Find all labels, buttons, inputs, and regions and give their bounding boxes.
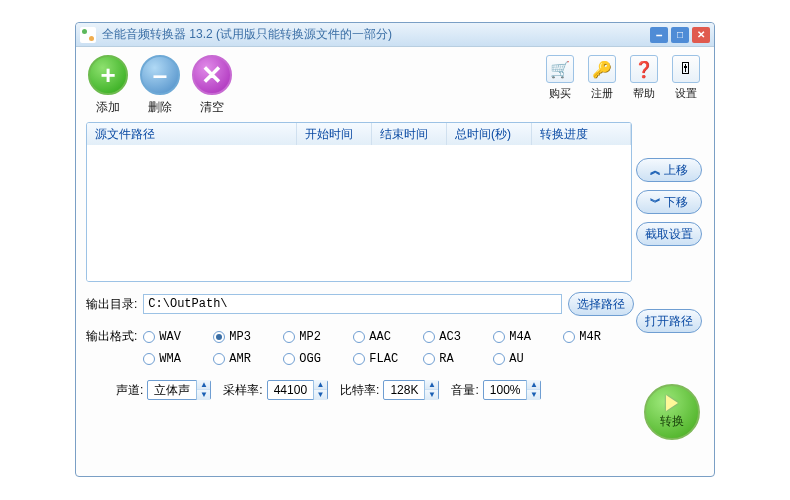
- chevron-down-icon[interactable]: ▼: [197, 390, 210, 400]
- output-format-label: 输出格式:: [86, 326, 137, 345]
- format-radio-ra[interactable]: RA: [423, 348, 493, 370]
- format-radio-wav[interactable]: WAV: [143, 326, 213, 348]
- samplerate-spinner[interactable]: 44100 ▲▼: [267, 380, 328, 400]
- format-radio-au[interactable]: AU: [493, 348, 563, 370]
- output-dir-label: 输出目录:: [86, 296, 137, 313]
- close-button[interactable]: ✕: [692, 27, 710, 43]
- radio-icon: [213, 331, 225, 343]
- format-group: WAVMP3MP2AACAC3M4AM4RWMAAMROGGFLACRAAU: [143, 326, 643, 370]
- chevron-up-icon[interactable]: ▲: [197, 380, 210, 390]
- settings-button[interactable]: 🎚 设置: [668, 55, 704, 101]
- format-radio-ac3[interactable]: AC3: [423, 326, 493, 348]
- radio-icon: [563, 331, 575, 343]
- list-body[interactable]: [87, 145, 631, 281]
- radio-icon: [213, 353, 225, 365]
- radio-icon: [283, 353, 295, 365]
- radio-icon: [143, 353, 155, 365]
- radio-icon: [143, 331, 155, 343]
- app-window: 全能音频转换器 13.2 (试用版只能转换源文件的一部分) ‒ □ ✕ + 添加…: [75, 22, 715, 477]
- chevron-down-icon[interactable]: ▼: [425, 390, 438, 400]
- window-controls: ‒ □ ✕: [650, 27, 710, 43]
- delete-button[interactable]: – 删除: [138, 55, 182, 116]
- convert-button[interactable]: 转换: [644, 384, 700, 440]
- register-button[interactable]: 🔑 注册: [584, 55, 620, 101]
- chevron-up-icon[interactable]: ▲: [425, 380, 438, 390]
- volume-label: 音量:: [451, 382, 478, 399]
- col-path[interactable]: 源文件路径: [87, 123, 297, 145]
- minimize-button[interactable]: ‒: [650, 27, 668, 43]
- maximize-button[interactable]: □: [671, 27, 689, 43]
- buy-button[interactable]: 🛒 购买: [542, 55, 578, 101]
- titlebar: 全能音频转换器 13.2 (试用版只能转换源文件的一部分) ‒ □ ✕: [76, 23, 714, 47]
- question-icon: ❓: [630, 55, 658, 83]
- radio-icon: [353, 331, 365, 343]
- samplerate-label: 采样率:: [223, 382, 262, 399]
- radio-icon: [283, 331, 295, 343]
- cart-icon: 🛒: [546, 55, 574, 83]
- x-icon: ✕: [192, 55, 232, 95]
- channel-label: 声道:: [116, 382, 143, 399]
- plus-icon: +: [88, 55, 128, 95]
- format-radio-aac[interactable]: AAC: [353, 326, 423, 348]
- clear-button[interactable]: ✕ 清空: [190, 55, 234, 116]
- key-icon: 🔑: [588, 55, 616, 83]
- file-list[interactable]: 源文件路径 开始时间 结束时间 总时间(秒) 转换进度: [86, 122, 632, 282]
- channel-spinner[interactable]: 立体声 ▲▼: [147, 380, 211, 400]
- move-down-button[interactable]: ︾下移: [636, 190, 702, 214]
- bitrate-label: 比特率:: [340, 382, 379, 399]
- format-radio-mp2[interactable]: MP2: [283, 326, 353, 348]
- content-area: + 添加 – 删除 ✕ 清空 🛒 购买 🔑: [76, 47, 714, 408]
- format-radio-amr[interactable]: AMR: [213, 348, 283, 370]
- window-title: 全能音频转换器 13.2 (试用版只能转换源文件的一部分): [102, 26, 650, 43]
- format-radio-mp3[interactable]: MP3: [213, 326, 283, 348]
- chevron-down-icon[interactable]: ▼: [527, 390, 540, 400]
- chevron-up-icon[interactable]: ▲: [314, 380, 327, 390]
- col-progress[interactable]: 转换进度: [532, 123, 631, 145]
- choose-path-button[interactable]: 选择路径: [568, 292, 634, 316]
- play-icon: [666, 395, 678, 411]
- radio-icon: [493, 353, 505, 365]
- format-radio-m4a[interactable]: M4A: [493, 326, 563, 348]
- col-end[interactable]: 结束时间: [372, 123, 447, 145]
- sliders-icon: 🎚: [672, 55, 700, 83]
- chevron-down-icon[interactable]: ▼: [314, 390, 327, 400]
- format-radio-ogg[interactable]: OGG: [283, 348, 353, 370]
- add-button[interactable]: + 添加: [86, 55, 130, 116]
- radio-icon: [353, 353, 365, 365]
- bitrate-spinner[interactable]: 128K ▲▼: [383, 380, 439, 400]
- minus-icon: –: [140, 55, 180, 95]
- volume-spinner[interactable]: 100% ▲▼: [483, 380, 542, 400]
- col-total[interactable]: 总时间(秒): [447, 123, 532, 145]
- format-radio-m4r[interactable]: M4R: [563, 326, 633, 348]
- format-radio-wma[interactable]: WMA: [143, 348, 213, 370]
- radio-icon: [493, 331, 505, 343]
- radio-icon: [423, 353, 435, 365]
- format-radio-flac[interactable]: FLAC: [353, 348, 423, 370]
- col-start[interactable]: 开始时间: [297, 123, 372, 145]
- help-button[interactable]: ❓ 帮助: [626, 55, 662, 101]
- output-dir-input[interactable]: [143, 294, 562, 314]
- radio-icon: [423, 331, 435, 343]
- move-up-button[interactable]: ︽上移: [636, 158, 702, 182]
- list-header: 源文件路径 开始时间 结束时间 总时间(秒) 转换进度: [87, 123, 631, 145]
- capture-settings-button[interactable]: 截取设置: [636, 222, 702, 246]
- chevron-up-icon[interactable]: ▲: [527, 380, 540, 390]
- open-path-button[interactable]: 打开路径: [636, 309, 702, 333]
- app-icon: [80, 27, 96, 43]
